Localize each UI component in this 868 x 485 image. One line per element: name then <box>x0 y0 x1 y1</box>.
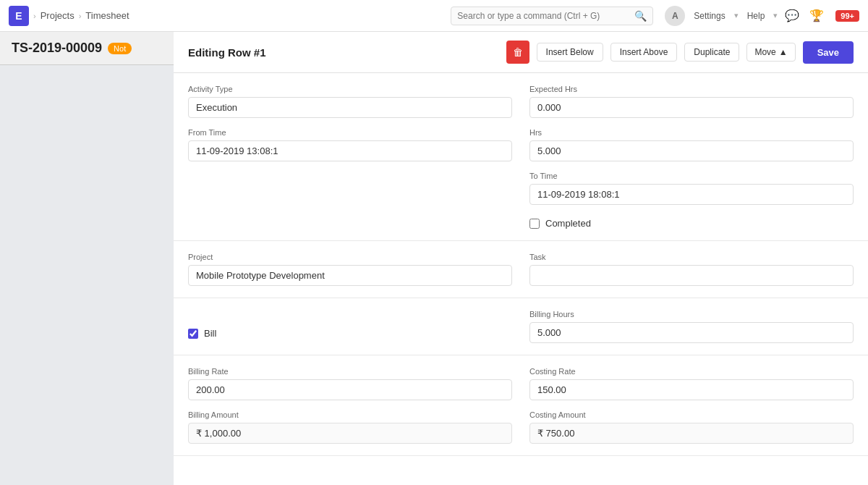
billing-hours-label: Billing Hours <box>529 310 854 319</box>
breadcrumb-chevron-2: › <box>79 12 82 20</box>
expected-hrs-group: Expected Hrs <box>529 85 854 118</box>
activity-type-label: Activity Type <box>188 85 512 93</box>
insert-below-button[interactable]: Insert Below <box>537 43 603 62</box>
project-label: Project <box>188 253 512 261</box>
activity-type-input[interactable] <box>188 97 512 118</box>
delete-button[interactable]: 🗑 <box>506 41 529 64</box>
billing-amount-value: ₹ 1,000.00 <box>188 423 512 444</box>
expected-hrs-label: Expected Hrs <box>529 85 854 93</box>
chat-icon[interactable]: 💬 <box>782 9 802 22</box>
breadcrumb-timesheet[interactable]: Timesheet <box>85 10 129 21</box>
settings-chevron: ▾ <box>734 11 739 20</box>
activity-type-group: Activity Type <box>188 85 512 118</box>
edit-header: Editing Row #1 🗑 Insert Below Insert Abo… <box>174 32 868 73</box>
costing-amount-group: Costing Amount ₹ 750.00 <box>529 410 854 444</box>
costing-amount-value: ₹ 750.00 <box>529 423 854 444</box>
hrs-input[interactable] <box>529 140 854 161</box>
costing-rate-group: Costing Rate <box>529 367 854 400</box>
move-button[interactable]: Move ▲ <box>746 43 795 62</box>
project-task-row: Project Task <box>188 253 854 286</box>
help-chevron: ▾ <box>773 11 778 20</box>
edit-panel: Editing Row #1 🗑 Insert Below Insert Abo… <box>174 32 868 485</box>
project-input[interactable] <box>188 265 512 286</box>
save-button[interactable]: Save <box>803 41 854 64</box>
billing-amount-label: Billing Amount <box>188 410 512 419</box>
help-button[interactable]: Help <box>743 8 770 24</box>
modal-overlay: Editing Row #1 🗑 Insert Below Insert Abo… <box>174 32 868 485</box>
bill-label: Bill <box>204 328 216 339</box>
search-icon: 🔍 <box>634 10 647 22</box>
duplicate-button[interactable]: Duplicate <box>684 43 739 62</box>
row-2: From Time Hrs <box>188 128 854 161</box>
project-group: Project <box>188 253 512 286</box>
task-input[interactable] <box>529 265 854 286</box>
empty-left-2 <box>188 212 512 229</box>
sidebar: TS-2019-00009 Not <box>0 32 174 485</box>
from-time-label: From Time <box>188 128 512 137</box>
row-4: Completed <box>188 212 854 229</box>
from-time-group: From Time <box>188 128 512 161</box>
hrs-label: Hrs <box>529 128 854 137</box>
bill-group: Bill <box>188 310 512 343</box>
breadcrumb-chevron-1: › <box>33 12 36 20</box>
insert-above-button[interactable]: Insert Above <box>610 43 678 62</box>
section-project: Project Task <box>174 241 868 298</box>
rates-row: Billing Rate Costing Rate <box>188 367 854 400</box>
edit-body: Activity Type Expected Hrs From Time <box>174 73 868 485</box>
trophy-icon[interactable]: 🏆 <box>807 9 827 22</box>
notification-badge[interactable]: 99+ <box>835 10 859 22</box>
status-badge: Not <box>108 43 132 54</box>
amounts-row: Billing Amount ₹ 1,000.00 Costing Amount… <box>188 410 854 444</box>
task-group: Task <box>529 253 854 286</box>
empty-left <box>188 172 512 205</box>
completed-checkbox[interactable] <box>529 219 540 229</box>
row-3: To Time <box>188 172 854 205</box>
search-input[interactable] <box>457 11 630 21</box>
section-rates: Billing Rate Costing Rate Billing Amount… <box>174 355 868 456</box>
settings-button[interactable]: Settings <box>689 8 729 24</box>
bill-row: Bill Billing Hours <box>188 310 854 343</box>
bill-checkbox[interactable] <box>188 329 198 339</box>
costing-rate-input[interactable] <box>529 379 854 400</box>
edit-title: Editing Row #1 <box>188 46 499 59</box>
costing-amount-label: Costing Amount <box>529 410 854 419</box>
task-label: Task <box>529 253 854 261</box>
billing-hours-input[interactable] <box>529 322 854 343</box>
expected-hrs-input[interactable] <box>529 97 854 118</box>
section-billing: Bill Billing Hours <box>174 298 868 355</box>
section-time: Activity Type Expected Hrs From Time <box>174 73 868 241</box>
billing-rate-input[interactable] <box>188 379 512 400</box>
to-time-group: To Time <box>529 172 854 205</box>
billing-amount-group: Billing Amount ₹ 1,000.00 <box>188 410 512 444</box>
search-bar[interactable]: 🔍 <box>451 7 653 25</box>
ts-id: TS-2019-00009 <box>12 41 102 56</box>
avatar[interactable]: A <box>665 6 685 26</box>
completed-group: Completed <box>529 218 854 229</box>
move-label: Move <box>754 47 775 57</box>
to-time-input[interactable] <box>529 184 854 205</box>
move-chevron-icon: ▲ <box>779 47 788 57</box>
main-layout: TS-2019-00009 Not Editing Row #1 🗑 Inser… <box>0 32 868 485</box>
billing-hours-group: Billing Hours <box>529 310 854 343</box>
top-nav: E › Projects › Timesheet 🔍 A Settings ▾ … <box>0 0 868 32</box>
billing-rate-label: Billing Rate <box>188 367 512 376</box>
hrs-group: Hrs <box>529 128 854 161</box>
completed-label: Completed <box>545 218 591 229</box>
row-1: Activity Type Expected Hrs <box>188 85 854 118</box>
billing-rate-group: Billing Rate <box>188 367 512 400</box>
trash-icon: 🗑 <box>513 46 523 58</box>
bill-checkbox-row: Bill <box>188 328 512 339</box>
to-time-label: To Time <box>529 172 854 180</box>
from-time-input[interactable] <box>188 140 512 161</box>
costing-rate-label: Costing Rate <box>529 367 854 376</box>
app-logo: E <box>9 6 29 26</box>
breadcrumb-projects[interactable]: Projects <box>41 10 75 21</box>
